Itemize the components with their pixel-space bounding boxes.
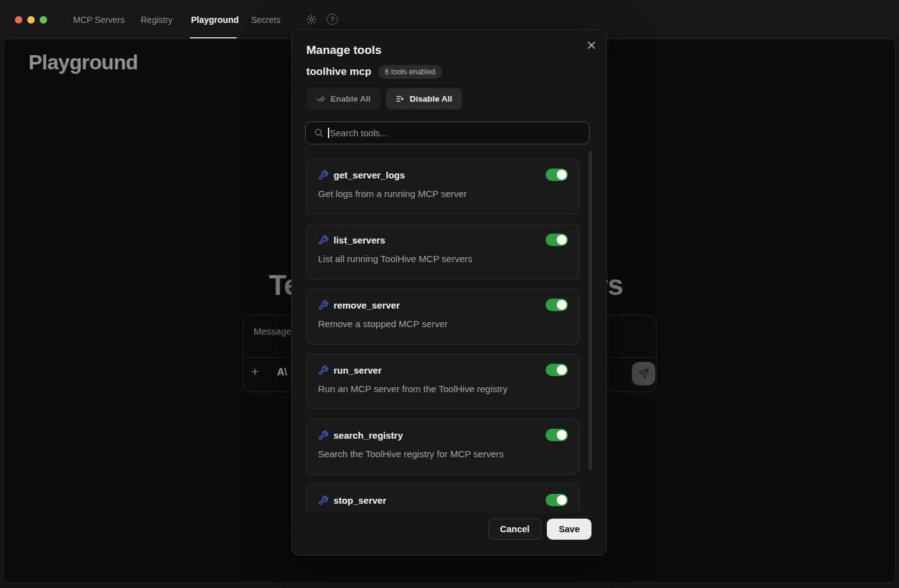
attach-plus-icon[interactable]: + — [251, 364, 259, 379]
close-icon[interactable] — [585, 39, 598, 51]
search-input[interactable] — [305, 121, 590, 144]
tool-name: search_registry — [334, 430, 403, 441]
tools-enabled-badge: 6 tools enabled — [378, 65, 442, 79]
typography-icon[interactable]: A\ — [277, 367, 287, 378]
cancel-button[interactable]: Cancel — [488, 519, 542, 540]
toggle-knob — [557, 300, 567, 310]
wrench-icon — [318, 365, 329, 375]
tool-description: Search the ToolHive registry for MCP ser… — [318, 449, 568, 459]
tool-toggle[interactable] — [546, 429, 568, 441]
manage-tools-dialog: Manage tools toolhive mcp 6 tools enable… — [291, 29, 607, 556]
tab-registry[interactable]: Registry — [141, 15, 172, 25]
list-scrollbar[interactable] — [588, 151, 592, 470]
toggle-knob — [557, 495, 567, 505]
search-icon — [314, 128, 324, 138]
traffic-minimize-button[interactable] — [27, 16, 35, 24]
help-glyph: ? — [327, 14, 338, 25]
enable-all-button[interactable]: Enable All — [306, 88, 381, 110]
tool-card: remove_server Remove a stopped MCP serve… — [306, 289, 580, 344]
toggle-knob — [557, 170, 567, 180]
tab-secrets[interactable]: Secrets — [251, 15, 280, 25]
tab-playground[interactable]: Playground — [191, 15, 239, 25]
tool-name: get_server_logs — [334, 170, 405, 180]
save-button[interactable]: Save — [547, 519, 591, 540]
settings-gear-icon[interactable] — [306, 14, 317, 25]
check-check-icon — [316, 94, 326, 103]
save-label: Save — [559, 524, 580, 534]
toggle-knob — [557, 365, 567, 375]
dialog-title: Manage tools — [306, 43, 381, 57]
tool-toggle[interactable] — [546, 364, 568, 376]
tool-card: search_registry Search the ToolHive regi… — [306, 419, 580, 475]
tool-description: Run an MCP server from the ToolHive regi… — [318, 384, 568, 394]
tool-name: list_servers — [334, 235, 385, 245]
wrench-icon — [318, 430, 329, 441]
wrench-icon — [318, 495, 329, 506]
server-name: toolhive mcp — [306, 66, 371, 78]
wrench-icon — [318, 170, 329, 180]
traffic-zoom-button[interactable] — [40, 16, 47, 24]
tool-list[interactable]: get_server_logs Get logs from a running … — [306, 149, 580, 512]
wrench-icon — [318, 235, 329, 245]
disable-all-button[interactable]: Disable All — [386, 88, 463, 110]
paper-plane-icon — [638, 368, 649, 379]
toggle-knob — [557, 430, 567, 440]
wrench-icon — [318, 300, 329, 310]
tab-mcp-servers[interactable]: MCP Servers — [73, 15, 125, 25]
tool-toggle[interactable] — [546, 234, 568, 246]
tool-name: run_server — [334, 365, 382, 375]
tool-toggle[interactable] — [546, 494, 568, 506]
tool-name: remove_server — [334, 300, 400, 310]
cancel-label: Cancel — [500, 524, 530, 534]
disable-all-label: Disable All — [410, 94, 453, 103]
tool-card: list_servers List all running ToolHive M… — [306, 224, 580, 279]
tool-description: Get logs from a running MCP server — [318, 188, 568, 199]
tool-toggle[interactable] — [546, 299, 568, 311]
tool-description: Remove a stopped MCP server — [318, 318, 568, 329]
send-button[interactable] — [632, 362, 655, 385]
list-x-icon — [396, 94, 405, 103]
tool-description: List all running ToolHive MCP servers — [318, 253, 568, 264]
text-caret — [328, 128, 329, 138]
tool-card: get_server_logs Get logs from a running … — [306, 159, 580, 214]
tool-card: run_server Run an MCP server from the To… — [306, 354, 580, 410]
enable-all-label: Enable All — [330, 94, 371, 103]
tool-name: stop_server — [334, 495, 386, 506]
traffic-close-button[interactable] — [15, 16, 22, 24]
tool-card: stop_server — [306, 484, 580, 512]
page-title: Playground — [29, 51, 138, 74]
toggle-knob — [557, 235, 567, 245]
help-icon[interactable]: ? — [327, 14, 339, 25]
tool-toggle[interactable] — [546, 169, 568, 181]
